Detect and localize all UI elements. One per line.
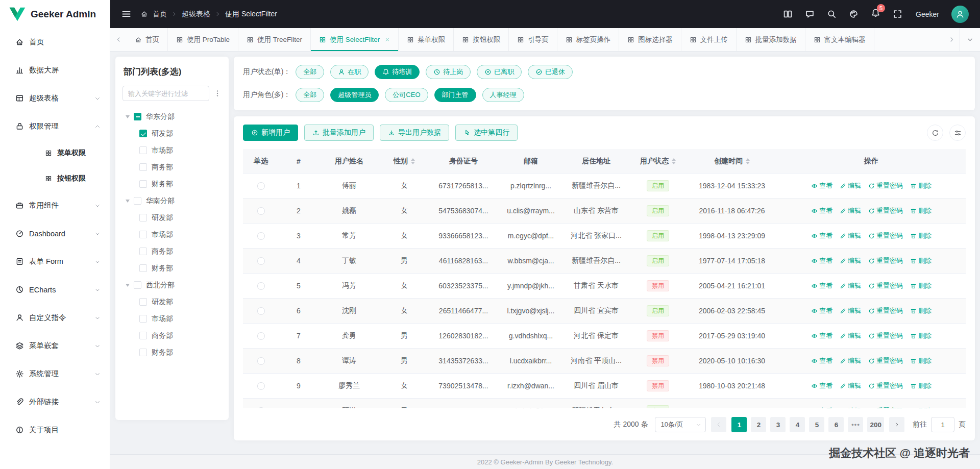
action-view[interactable]: 查看 xyxy=(811,206,832,215)
checkbox[interactable] xyxy=(134,281,141,289)
action-edit[interactable]: 编辑 xyxy=(840,306,861,315)
tree-node[interactable]: 财务部 xyxy=(122,344,222,361)
role-filter-button[interactable]: 超级管理员 xyxy=(330,88,379,102)
action-delete[interactable]: 删除 xyxy=(910,306,932,315)
next-page-button[interactable] xyxy=(889,417,904,432)
sidebar-item[interactable]: 菜单嵌套 xyxy=(0,332,110,360)
tree-node[interactable]: 研发部 xyxy=(122,293,222,310)
tree-node[interactable]: 市场部 xyxy=(122,226,222,243)
column-settings-button[interactable] xyxy=(949,125,966,141)
tab-item[interactable]: 首页 xyxy=(127,28,168,51)
tree-node[interactable]: 研发部 xyxy=(122,125,222,142)
checkbox[interactable] xyxy=(139,180,147,188)
page-button[interactable]: 5 xyxy=(809,417,824,432)
prev-page-button[interactable] xyxy=(711,417,726,432)
refresh-button[interactable] xyxy=(927,125,943,141)
tree-node[interactable]: 市场部 xyxy=(122,142,222,159)
action-edit[interactable]: 编辑 xyxy=(840,381,861,390)
tab-item[interactable]: 批量添加数据 xyxy=(737,28,805,51)
tree-node[interactable]: 华东分部 xyxy=(122,108,222,125)
collapse-menu-icon[interactable] xyxy=(121,9,131,19)
action-view[interactable]: 查看 xyxy=(811,306,832,315)
sidebar-item[interactable]: 首页 xyxy=(0,28,110,56)
status-filter-button[interactable]: 已离职 xyxy=(477,65,522,79)
caret-down-icon[interactable] xyxy=(126,200,130,203)
sidebar-item[interactable]: 系统管理 xyxy=(0,360,110,388)
role-filter-button[interactable]: 部门主管 xyxy=(434,88,476,102)
action-reset-password[interactable]: 重置密码 xyxy=(868,256,903,265)
page-button[interactable]: 1 xyxy=(731,417,747,432)
role-filter-button[interactable]: 公司CEO xyxy=(385,88,428,102)
action-delete[interactable]: 删除 xyxy=(910,256,932,265)
tab-item[interactable]: 图标选择器 xyxy=(619,28,681,51)
pagination-ellipsis[interactable]: ••• xyxy=(848,417,863,432)
row-radio[interactable] xyxy=(257,407,265,409)
action-reset-password[interactable]: 重置密码 xyxy=(868,406,903,408)
sort-icon[interactable] xyxy=(672,158,676,164)
sidebar-item[interactable]: 表单 Form xyxy=(0,248,110,276)
action-edit[interactable]: 编辑 xyxy=(840,406,861,408)
tab-item[interactable]: 富文本编辑器 xyxy=(805,28,874,51)
action-delete[interactable]: 删除 xyxy=(910,356,932,365)
breadcrumb-item[interactable]: 超级表格 xyxy=(182,10,210,19)
tab-item[interactable]: 引导页 xyxy=(509,28,557,51)
column-header[interactable]: 性别 xyxy=(380,149,429,173)
app-logo[interactable]: Geeker Admin xyxy=(0,0,110,28)
action-delete[interactable]: 删除 xyxy=(910,331,932,340)
action-delete[interactable]: 删除 xyxy=(910,406,932,408)
breadcrumb-item[interactable]: 首页 xyxy=(153,10,167,19)
checkbox[interactable] xyxy=(139,248,147,255)
column-header[interactable]: 用户状态 xyxy=(629,149,687,173)
checkbox[interactable] xyxy=(139,146,147,154)
row-radio[interactable] xyxy=(257,232,265,240)
action-edit[interactable]: 编辑 xyxy=(840,206,861,215)
sidebar-item[interactable]: Dashboard xyxy=(0,219,110,248)
row-radio[interactable] xyxy=(257,357,265,365)
status-filter-button[interactable]: 已退休 xyxy=(528,65,573,79)
tree-node[interactable]: 商务部 xyxy=(122,243,222,260)
tab-item[interactable]: 使用 ProTable xyxy=(168,28,238,51)
action-view[interactable]: 查看 xyxy=(811,331,832,340)
sidebar-item[interactable]: 数据大屏 xyxy=(0,56,110,84)
department-search-input[interactable] xyxy=(122,86,209,101)
checkbox[interactable] xyxy=(139,298,147,306)
page-button[interactable]: 2 xyxy=(751,417,766,432)
sidebar-subitem[interactable]: 菜单权限 xyxy=(0,140,110,166)
more-options-icon[interactable] xyxy=(213,89,222,98)
action-reset-password[interactable]: 重置密码 xyxy=(868,231,903,240)
action-edit[interactable]: 编辑 xyxy=(840,281,861,290)
action-reset-password[interactable]: 重置密码 xyxy=(868,181,903,190)
status-filter-button[interactable]: 在职 xyxy=(330,65,369,79)
theme-icon[interactable] xyxy=(849,9,859,19)
tree-node[interactable]: 西北分部 xyxy=(122,277,222,293)
action-delete[interactable]: 删除 xyxy=(910,281,932,290)
action-view[interactable]: 查看 xyxy=(811,231,832,240)
action-view[interactable]: 查看 xyxy=(811,381,832,390)
sort-icon[interactable] xyxy=(746,158,750,164)
notifications[interactable]: 5 xyxy=(871,8,880,20)
row-radio[interactable] xyxy=(257,282,265,290)
column-header[interactable]: 创建时间 xyxy=(687,149,777,173)
batch-add-users-button[interactable]: 批量添加用户 xyxy=(304,125,374,141)
checkbox[interactable] xyxy=(139,231,147,238)
tabs-options-button[interactable] xyxy=(960,28,980,51)
breadcrumb-item[interactable]: 使用 SelectFilter xyxy=(225,10,277,19)
role-filter-button[interactable]: 全部 xyxy=(296,88,324,102)
tab-item[interactable]: 使用 SelectFilter xyxy=(311,28,399,51)
tree-node[interactable]: 华南分部 xyxy=(122,192,222,209)
sidebar-item[interactable]: 权限管理 xyxy=(0,112,110,140)
checkbox[interactable] xyxy=(139,315,147,323)
action-edit[interactable]: 编辑 xyxy=(840,356,861,365)
page-button[interactable]: 3 xyxy=(770,417,786,432)
sidebar-item[interactable]: 常用组件 xyxy=(0,191,110,219)
page-size-select[interactable]: 10条/页 xyxy=(655,417,706,432)
action-reset-password[interactable]: 重置密码 xyxy=(868,206,903,215)
row-radio[interactable] xyxy=(257,332,265,340)
tree-node[interactable]: 财务部 xyxy=(122,260,222,277)
tree-node[interactable]: 研发部 xyxy=(122,209,222,226)
fullscreen-icon[interactable] xyxy=(893,9,902,19)
tab-item[interactable]: 菜单权限 xyxy=(399,28,454,51)
tree-node[interactable]: 财务部 xyxy=(122,176,222,192)
checkbox[interactable] xyxy=(134,197,141,205)
action-delete[interactable]: 删除 xyxy=(910,231,932,240)
